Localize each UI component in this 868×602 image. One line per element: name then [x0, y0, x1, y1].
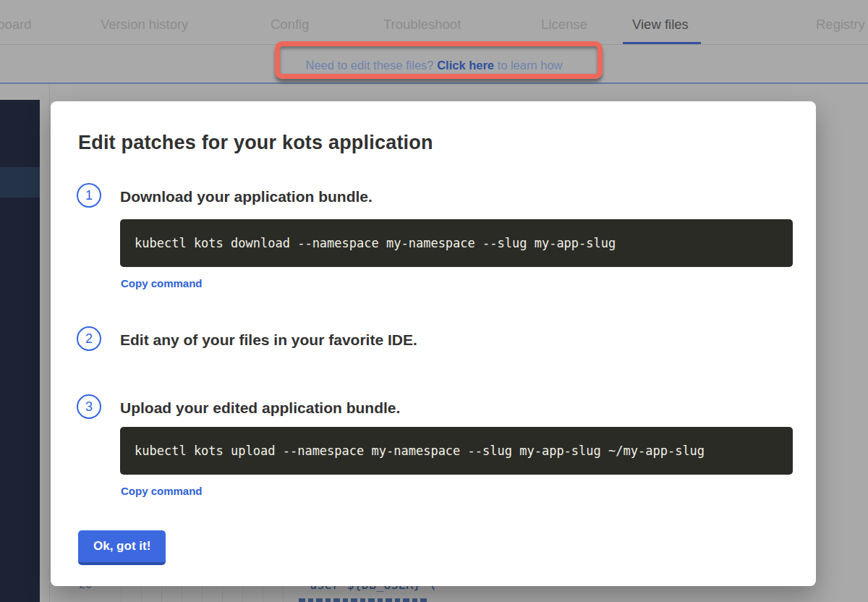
tab-version-history[interactable]: Version history: [101, 17, 188, 33]
edit-patches-modal: Edit patches for your kots application 1…: [51, 101, 816, 586]
active-tab-underline: [623, 42, 701, 44]
step-1-number-badge: 1: [77, 183, 101, 208]
tab-license[interactable]: License: [541, 17, 587, 33]
step-1-text: Download your application bundle.: [120, 188, 373, 205]
ok-got-it-button[interactable]: Ok, got it!: [78, 530, 166, 565]
tab-dashboard[interactable]: Dashboard: [0, 17, 32, 33]
step-2-number-badge: 2: [77, 326, 101, 351]
copy-download-command-link[interactable]: Copy command: [121, 277, 203, 289]
editor-code-line-partial: [299, 598, 429, 602]
file-tree-selected-item: [0, 167, 40, 198]
tab-config[interactable]: Config: [271, 17, 309, 33]
file-tree-sidebar: [0, 100, 40, 602]
upload-command-block: kubectl kots upload --namespace my-names…: [120, 427, 793, 475]
modal-title: Edit patches for your kots application: [78, 132, 433, 154]
tab-troubleshoot[interactable]: Troubleshoot: [383, 17, 461, 33]
annotation-highlight-box: [275, 41, 603, 79]
step-2-text: Edit any of your files in your favorite …: [120, 331, 417, 349]
copy-upload-command-link[interactable]: Copy command: [121, 485, 203, 497]
step-3-number-badge: 3: [77, 394, 101, 419]
top-navbar: Dashboard Version history Config Trouble…: [0, 0, 868, 45]
download-command-block: kubectl kots download --namespace my-nam…: [120, 219, 793, 267]
kots-admin-screen: Dashboard Version history Config Trouble…: [0, 0, 868, 602]
step-3-text: Upload your edited application bundle.: [120, 399, 400, 417]
tab-view-files[interactable]: View files: [632, 17, 689, 33]
tab-registry-settings[interactable]: Registry settings: [816, 17, 868, 33]
pane-divider: [49, 84, 50, 602]
